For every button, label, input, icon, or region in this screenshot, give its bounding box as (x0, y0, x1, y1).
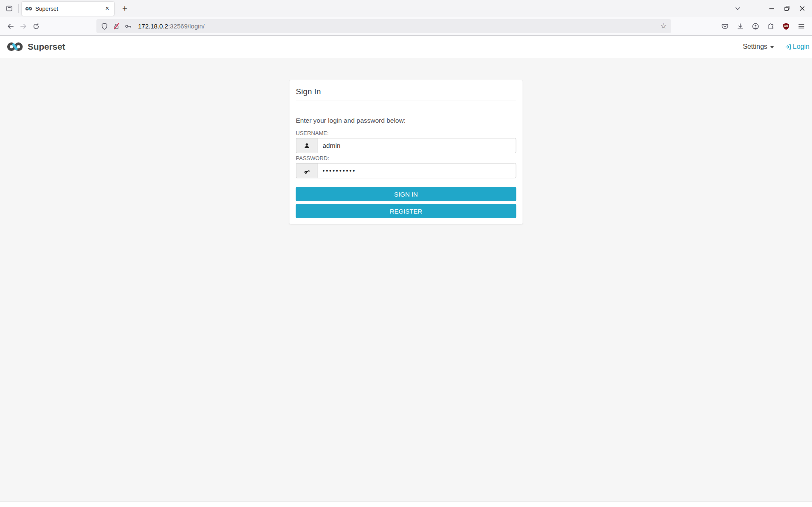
tab-close-icon[interactable]: × (104, 5, 111, 12)
sign-in-card: Sign In Enter your login and password be… (289, 80, 523, 225)
restore-button[interactable] (781, 3, 793, 14)
superset-favicon-icon (25, 6, 32, 11)
settings-dropdown[interactable]: Settings (743, 43, 774, 51)
close-icon (798, 5, 806, 12)
hamburger-menu-icon (798, 23, 805, 30)
reload-button[interactable] (30, 20, 42, 33)
brand-name: Superset (28, 42, 65, 52)
key-login-icon[interactable] (124, 23, 133, 30)
browser-toolbar: 172.18.0.2:32569/login/ ☆ (0, 17, 812, 36)
ublock-origin-button[interactable]: uO (780, 20, 792, 33)
tab-superset[interactable]: Superset × (22, 2, 114, 16)
forward-arrow-icon (20, 23, 27, 30)
login-instruction: Enter your login and password below: (296, 117, 516, 124)
page-footer (0, 501, 812, 507)
browser-window: Superset × + (0, 0, 812, 507)
sign-in-arrow-icon (785, 43, 792, 51)
username-input-group (296, 138, 516, 153)
close-window-button[interactable] (796, 3, 809, 14)
forward-button[interactable] (17, 20, 30, 33)
reload-icon (32, 23, 40, 30)
sign-in-title: Sign In (296, 87, 516, 96)
username-input[interactable] (317, 138, 516, 153)
download-icon (736, 23, 744, 30)
insecure-lock-slash-icon[interactable] (113, 23, 120, 30)
account-button[interactable] (749, 20, 762, 33)
chevron-down-icon (734, 5, 742, 12)
back-button[interactable] (4, 20, 17, 33)
pocket-button[interactable] (719, 20, 731, 33)
url-text[interactable]: 172.18.0.2:32569/login/ (138, 23, 656, 30)
username-label: USERNAME: (296, 130, 516, 136)
settings-label: Settings (743, 43, 767, 51)
bookmark-star-icon[interactable]: ☆ (660, 22, 667, 31)
sign-in-button[interactable]: SIGN IN (296, 187, 516, 201)
account-icon (752, 23, 759, 30)
tabbar-separator (18, 4, 19, 13)
page-body: Sign In Enter your login and password be… (0, 58, 812, 501)
back-arrow-icon (7, 23, 14, 30)
downloads-button[interactable] (734, 20, 747, 33)
tab-title: Superset (35, 6, 101, 12)
url-host: 172.18.0.2 (138, 23, 168, 30)
password-input[interactable] (317, 163, 516, 178)
caret-down-icon (770, 46, 774, 48)
superset-brand[interactable]: Superset (6, 41, 65, 53)
pocket-icon (721, 23, 729, 30)
register-button[interactable]: REGISTER (296, 204, 516, 218)
login-label: Login (793, 43, 809, 51)
password-label: PASSWORD: (296, 155, 516, 161)
password-input-group (296, 163, 516, 178)
firefox-view-button[interactable] (3, 3, 15, 14)
superset-logo-icon (6, 41, 25, 53)
window-controls (731, 3, 809, 14)
superset-navbar: Superset Settings Login (0, 36, 812, 58)
svg-text:uO: uO (784, 25, 788, 28)
tab-bar: Superset × + (0, 0, 812, 17)
user-icon (303, 142, 310, 149)
toolbar-icon-cluster: uO (719, 20, 808, 33)
restore-window-icon (783, 5, 791, 12)
user-addon (296, 138, 317, 153)
key-addon (296, 163, 317, 178)
url-bar[interactable]: 172.18.0.2:32569/login/ ☆ (96, 19, 671, 33)
login-link[interactable]: Login (785, 43, 809, 51)
key-icon (303, 167, 310, 175)
firefox-view-icon (6, 5, 13, 12)
title-divider (296, 101, 516, 101)
list-tabs-button[interactable] (731, 3, 744, 14)
url-path: :32569/login/ (168, 23, 205, 30)
ublock-shield-icon: uO (782, 23, 790, 30)
puzzle-icon (767, 23, 775, 30)
minimize-icon (768, 5, 775, 12)
menu-button[interactable] (795, 20, 808, 33)
minimize-button[interactable] (765, 3, 778, 14)
tracking-protection-shield-icon[interactable] (101, 23, 108, 30)
extensions-button[interactable] (764, 20, 777, 33)
new-tab-button[interactable]: + (118, 2, 131, 15)
